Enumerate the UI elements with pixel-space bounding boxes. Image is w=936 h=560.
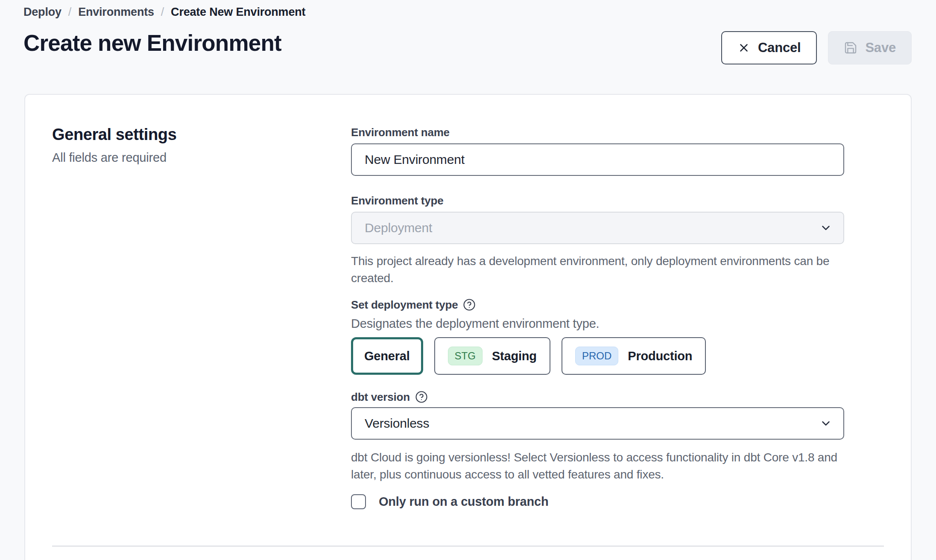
production-badge: PROD	[575, 347, 618, 365]
dbt-version-value: Versionless	[365, 416, 429, 431]
dbt-version-helper: dbt Cloud is going versionless! Select V…	[351, 449, 844, 483]
cancel-button[interactable]: Cancel	[721, 31, 817, 64]
deployment-type-description: Designates the deployment environment ty…	[351, 316, 844, 331]
chevron-down-icon	[819, 417, 832, 430]
close-icon	[737, 41, 750, 54]
environment-type-helper: This project already has a development e…	[351, 253, 844, 287]
header-actions: Cancel Save	[721, 31, 912, 64]
dbt-version-label: dbt version	[351, 390, 844, 404]
deployment-type-general-label: General	[364, 349, 410, 363]
breadcrumb-separator: /	[68, 4, 71, 20]
settings-card: General settings All fields are required…	[24, 94, 912, 560]
help-circle-icon[interactable]	[415, 391, 428, 403]
deployment-type-staging-label: Staging	[492, 349, 537, 363]
deployment-type-production-label: Production	[628, 349, 692, 363]
help-circle-icon[interactable]	[463, 298, 476, 311]
deployment-type-general-button[interactable]: General	[351, 337, 423, 375]
environment-type-label: Environment type	[351, 194, 844, 207]
general-settings-heading: General settings	[52, 125, 351, 144]
breadcrumb-separator: /	[161, 4, 164, 20]
page-title: Create new Environment	[23, 30, 281, 56]
environment-name-input[interactable]	[351, 143, 844, 176]
chevron-down-icon	[819, 222, 832, 234]
staging-badge: STG	[448, 347, 483, 365]
deployment-type-options: General STG Staging PROD Production	[351, 337, 844, 375]
breadcrumb-current-page: Create New Environment	[171, 4, 305, 20]
custom-branch-row[interactable]: Only run on a custom branch	[351, 494, 844, 509]
deployment-type-production-button[interactable]: PROD Production	[562, 337, 706, 375]
save-icon	[844, 41, 857, 55]
breadcrumb-environments[interactable]: Environments	[78, 4, 154, 20]
environment-type-select[interactable]: Deployment	[351, 212, 844, 244]
save-button-label: Save	[865, 40, 896, 55]
dbt-version-label-text: dbt version	[351, 390, 410, 404]
breadcrumb: Deploy / Environments / Create New Envir…	[23, 4, 305, 20]
deployment-type-staging-button[interactable]: STG Staging	[434, 337, 550, 375]
environment-name-label: Environment name	[351, 125, 844, 139]
dbt-version-select[interactable]: Versionless	[351, 407, 844, 440]
environment-type-value: Deployment	[365, 221, 432, 235]
cancel-button-label: Cancel	[758, 40, 801, 55]
general-settings-subtitle: All fields are required	[52, 151, 351, 165]
breadcrumb-deploy[interactable]: Deploy	[23, 4, 61, 20]
save-button[interactable]: Save	[828, 31, 912, 64]
custom-branch-label: Only run on a custom branch	[379, 495, 548, 509]
deployment-type-label: Set deployment type	[351, 298, 844, 312]
custom-branch-checkbox[interactable]	[351, 494, 366, 509]
section-divider	[52, 545, 884, 547]
deployment-type-label-text: Set deployment type	[351, 298, 458, 312]
